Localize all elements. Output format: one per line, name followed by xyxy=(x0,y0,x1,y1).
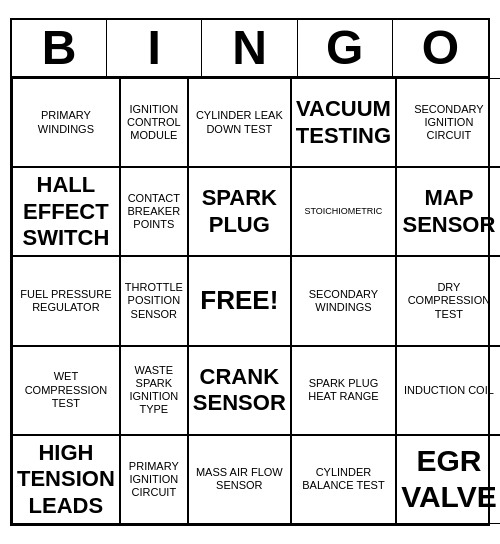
bingo-cell-6[interactable]: CONTACT BREAKER POINTS xyxy=(120,167,188,256)
bingo-cell-23[interactable]: CYLINDER BALANCE TEST xyxy=(291,435,396,524)
bingo-cell-3[interactable]: VACUUM TESTING xyxy=(291,78,396,167)
bingo-cell-14[interactable]: DRY COMPRESSION TEST xyxy=(396,256,500,345)
bingo-cell-20[interactable]: HIGH TENSION LEADS xyxy=(12,435,120,524)
bingo-cell-12[interactable]: Free! xyxy=(188,256,291,345)
bingo-cell-5[interactable]: HALL EFFECT SWITCH xyxy=(12,167,120,256)
bingo-cell-15[interactable]: WET COMPRESSION TEST xyxy=(12,346,120,435)
bingo-cell-11[interactable]: THROTTLE POSITION SENSOR xyxy=(120,256,188,345)
bingo-cell-1[interactable]: IGNITION CONTROL MODULE xyxy=(120,78,188,167)
bingo-cell-7[interactable]: SPARK PLUG xyxy=(188,167,291,256)
bingo-cell-9[interactable]: MAP SENSOR xyxy=(396,167,500,256)
bingo-cell-21[interactable]: PRIMARY IGNITION CIRCUIT xyxy=(120,435,188,524)
header-i: I xyxy=(107,20,202,76)
bingo-cell-0[interactable]: PRIMARY WINDINGS xyxy=(12,78,120,167)
bingo-header: B I N G O xyxy=(12,20,488,78)
header-g: G xyxy=(298,20,393,76)
bingo-cell-16[interactable]: WASTE SPARK IGNITION TYPE xyxy=(120,346,188,435)
bingo-cell-13[interactable]: SECONDARY WINDINGS xyxy=(291,256,396,345)
bingo-grid: PRIMARY WINDINGSIGNITION CONTROL MODULEC… xyxy=(12,78,488,524)
bingo-card: B I N G O PRIMARY WINDINGSIGNITION CONTR… xyxy=(10,18,490,526)
header-n: N xyxy=(202,20,297,76)
bingo-cell-24[interactable]: EGR VALVE xyxy=(396,435,500,524)
header-b: B xyxy=(12,20,107,76)
bingo-cell-18[interactable]: SPARK PLUG HEAT RANGE xyxy=(291,346,396,435)
bingo-cell-2[interactable]: CYLINDER LEAK DOWN TEST xyxy=(188,78,291,167)
bingo-cell-4[interactable]: SECONDARY IGNITION CIRCUIT xyxy=(396,78,500,167)
bingo-cell-10[interactable]: FUEL PRESSURE REGULATOR xyxy=(12,256,120,345)
header-o: O xyxy=(393,20,488,76)
bingo-cell-22[interactable]: MASS AIR FLOW SENSOR xyxy=(188,435,291,524)
bingo-cell-19[interactable]: INDUCTION COIL xyxy=(396,346,500,435)
bingo-cell-8[interactable]: STOICHIOMETRIC xyxy=(291,167,396,256)
bingo-cell-17[interactable]: CRANK SENSOR xyxy=(188,346,291,435)
